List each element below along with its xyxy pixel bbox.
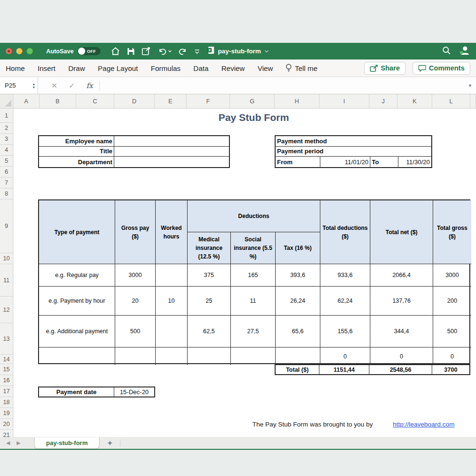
formula-bar-expand-icon[interactable]: ▼ [468,83,472,88]
table-cell-social[interactable]: 165 [231,264,276,287]
table-cell-type[interactable] [39,347,115,365]
table-cell-total_net[interactable]: 2066,4 [370,264,433,287]
table-cell-total_gross[interactable]: 3000 [433,264,471,287]
sheet-nav-right-icon[interactable]: ▶ [13,440,24,446]
table-cell-medical[interactable] [188,347,231,365]
row-header-4[interactable]: 4 [0,145,13,156]
table-cell-medical[interactable]: 62,5 [188,316,231,347]
table-cell-worked[interactable] [156,316,188,347]
table-cell-worked[interactable] [156,347,188,365]
department-value[interactable] [114,157,229,167]
table-cell-total_deductions[interactable]: 933,6 [320,264,370,287]
table-cell-type[interactable]: e.g. Payment by hour [39,287,115,316]
row-header-8[interactable]: 8 [0,188,13,199]
redo-icon[interactable] [179,48,187,55]
column-header-K[interactable]: K [397,94,432,108]
table-cell-total_deductions[interactable]: 0 [320,347,370,365]
total-net-value[interactable]: 2548,56 [369,365,432,374]
name-box[interactable]: P25 ▴▾ [0,77,38,94]
row-header-5[interactable]: 5 [0,156,13,167]
tab-draw[interactable]: Draw [69,64,85,72]
header-total-net[interactable]: Total net ($) [370,200,433,264]
from-date[interactable]: 11/01/20 [320,157,370,167]
row-header-3[interactable]: 3 [0,134,13,145]
table-cell-tax[interactable]: 65,6 [276,316,320,347]
column-header-J[interactable]: J [369,94,397,108]
sheet-tab-active[interactable]: pay-stub-form [34,437,99,449]
total-gross-value[interactable]: 3700 [432,365,469,374]
autosave-toggle[interactable]: OFF [78,47,100,55]
column-header-E[interactable]: E [155,94,187,108]
table-cell-gross[interactable]: 20 [115,287,156,316]
table-cell-total_deductions[interactable]: 155,6 [320,316,370,347]
table-cell-type[interactable]: e.g. Additional payment [39,316,115,347]
search-icon[interactable] [442,46,451,57]
tab-insert[interactable]: Insert [38,64,56,72]
row-header-7[interactable]: 7 [0,178,13,188]
document-title-chevron-icon[interactable] [264,50,268,53]
table-cell-type[interactable]: e.g. Regular pay [39,264,115,287]
cancel-icon[interactable]: ✕ [51,81,58,90]
home-icon[interactable] [111,47,120,55]
tab-data[interactable]: Data [193,64,208,72]
table-cell-total_gross[interactable]: 200 [433,287,471,316]
tab-page-layout[interactable]: Page Layout [98,64,138,72]
column-header-I[interactable]: I [319,94,369,108]
account-icon[interactable] [459,46,469,57]
to-date[interactable]: 11/30/20 [398,157,431,167]
table-cell-medical[interactable]: 375 [188,264,231,287]
title-label[interactable]: Title [39,147,114,157]
row-header-13[interactable]: 13 [0,323,13,355]
share-button[interactable]: Share [364,62,406,75]
table-cell-total_gross[interactable]: 0 [433,347,471,365]
table-cell-gross[interactable] [115,347,156,365]
row-header-14[interactable]: 14 [0,355,13,364]
document-title[interactable]: pay-stub-form [218,48,261,55]
department-label[interactable]: Department [39,157,114,167]
table-cell-social[interactable]: 27,5 [231,316,276,347]
table-cell-tax[interactable]: 26,24 [276,287,320,316]
name-box-spinner[interactable]: ▴▾ [33,82,35,89]
column-header-D[interactable]: D [114,94,155,108]
table-cell-medical[interactable]: 25 [188,287,231,316]
header-medical-insurance[interactable]: Medical insurance (12.5 %) [188,232,231,264]
column-header-H[interactable]: H [275,94,319,108]
header-social-insurance[interactable]: Social insurance (5.5 %) [231,232,276,264]
table-cell-total_deductions[interactable]: 62,24 [320,287,370,316]
employee-name-value[interactable] [114,136,229,147]
header-worked-hours[interactable]: Worked hours [156,200,188,264]
row-header-17[interactable]: 17 [0,386,13,397]
footer-link[interactable]: http://leaveboard.com [393,421,455,428]
row-header-21[interactable]: 21 [0,430,13,437]
share-sheet-icon[interactable] [142,47,151,55]
header-deductions-group[interactable]: Deductions [188,200,320,232]
header-total-gross[interactable]: Total gross ($) [433,200,471,264]
save-icon[interactable] [127,48,135,55]
row-header-12[interactable]: 12 [0,297,13,323]
table-cell-gross[interactable]: 500 [115,316,156,347]
to-label[interactable]: To [370,157,398,167]
header-type-of-payment[interactable]: Type of payment [39,200,115,264]
total-deductions-value[interactable]: 1151,44 [319,365,369,374]
minimize-window-button[interactable] [16,48,22,54]
table-cell-total_net[interactable]: 344,4 [370,316,433,347]
header-total-deductions[interactable]: Total deductions ($) [320,200,370,264]
row-header-15[interactable]: 15 [0,364,13,375]
sheet-canvas[interactable]: Pay Stub Form Employee name Title Depart… [13,109,476,437]
tab-review[interactable]: Review [221,64,245,72]
close-window-button[interactable] [6,48,12,54]
column-header-C[interactable]: C [76,94,114,108]
column-header-A[interactable]: A [13,94,40,108]
zoom-window-button[interactable] [27,48,33,54]
select-all-corner[interactable] [0,94,13,108]
table-cell-worked[interactable]: 10 [156,287,188,316]
tab-view[interactable]: View [258,64,273,72]
toolbar-options-icon[interactable] [194,49,200,54]
row-header-9[interactable]: 9 [0,199,13,253]
sheet-title[interactable]: Pay Stub Form [182,112,325,123]
column-header-F[interactable]: F [187,94,230,108]
table-cell-total_net[interactable]: 0 [370,347,433,365]
tell-me-button[interactable]: Tell me [286,64,317,72]
column-header-L[interactable]: L [432,94,470,108]
header-gross-pay[interactable]: Gross pay ($) [115,200,156,264]
